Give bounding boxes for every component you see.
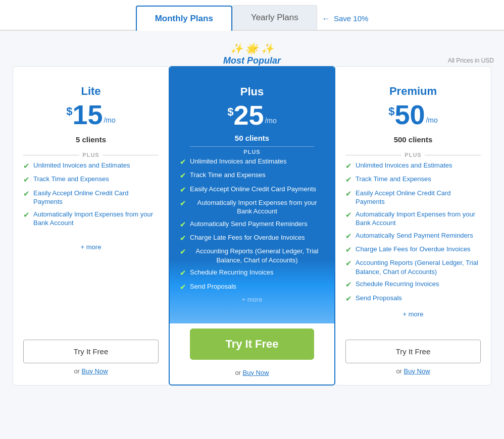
feature-plus-8: ✔Send Proposals — [180, 282, 324, 292]
plan-name-plus: Plus — [180, 85, 324, 98]
price-dollar-premium: $ — [388, 105, 394, 118]
feature-plus-5: ✔Charge Late Fees for Overdue Invoices — [180, 233, 324, 243]
tab-yearly[interactable]: Yearly Plans — [232, 5, 317, 30]
or-buy-plus: or Buy Now — [180, 369, 324, 376]
feature-premium-8: ✔Send Proposals — [345, 294, 481, 304]
price-dollar-plus: $ — [227, 105, 233, 119]
feature-premium-1: ✔Track Time and Expenses — [345, 175, 481, 185]
price-mo-plus: /mo — [265, 117, 276, 125]
feature-plus-6: ✔Accounting Reports (General Ledger, Tri… — [180, 247, 324, 264]
feature-plus-0: ✔Unlimited Invoices and Estimates — [180, 157, 324, 167]
check-icon: ✔ — [23, 210, 30, 220]
feature-premium-0: ✔Unlimited Invoices and Estimates — [345, 161, 481, 171]
check-icon: ✔ — [345, 245, 352, 255]
price-amount-premium: 50 — [394, 101, 425, 128]
check-icon: ✔ — [345, 161, 352, 171]
check-icon: ✔ — [180, 198, 186, 208]
try-free-button-premium[interactable]: Try It Free — [345, 340, 481, 363]
cards-row: Lite $ 15 /mo 5 clients PLUS ✔Unlimited … — [5, 66, 499, 386]
plus-top: Plus $ 25 /mo 50 clients PLUS ✔Unlimited… — [170, 67, 334, 323]
check-icon: ✔ — [23, 161, 30, 171]
plus-section-label: PLUS — [180, 149, 324, 155]
check-icon: ✔ — [345, 258, 352, 268]
price-amount-lite: 15 — [72, 101, 103, 128]
check-icon: ✔ — [345, 231, 352, 241]
feature-lite-2: ✔Easily Accept Online Credit Card Paymen… — [23, 189, 159, 206]
confetti-icon: ✨ 🌟 ✨ — [223, 42, 281, 54]
feature-list-plus-top: ✔Unlimited Invoices and Estimates ✔Track… — [180, 157, 324, 292]
section-divider-lite: PLUS — [23, 152, 159, 158]
price-row-premium: $ 50 /mo — [345, 101, 481, 128]
plan-card-premium: Premium $ 50 /mo 500 clients PLUS ✔Unlim… — [335, 66, 491, 386]
most-popular-label: Most Popular — [223, 56, 281, 66]
plan-card-lite: Lite $ 15 /mo 5 clients PLUS ✔Unlimited … — [13, 66, 169, 386]
check-icon: ✔ — [180, 268, 186, 278]
pricing-wrapper: ✨ 🌟 ✨ Most Popular All Prices in USD Lit… — [0, 31, 504, 396]
buy-now-link-premium[interactable]: Buy Now — [404, 367, 430, 375]
check-icon: ✔ — [180, 247, 186, 257]
plan-name-premium: Premium — [345, 85, 481, 98]
more-link-plus[interactable]: + more — [180, 296, 324, 303]
save-label: ← Save 10% — [322, 14, 369, 23]
save-arrow: ← — [322, 14, 330, 23]
feature-premium-3: ✔Automatically Import Expenses from your… — [345, 210, 481, 228]
save-text: Save 10% — [334, 14, 368, 23]
feature-list-premium: ✔Unlimited Invoices and Estimates ✔Track… — [345, 161, 481, 307]
buy-now-link-plus[interactable]: Buy Now — [243, 369, 269, 376]
check-icon: ✔ — [345, 294, 352, 304]
plus-bottom: Try It Free or Buy Now — [170, 328, 334, 385]
check-icon: ✔ — [180, 157, 186, 167]
price-row-plus: $ 25 /mo — [180, 101, 324, 129]
price-dollar-lite: $ — [66, 105, 72, 118]
check-icon: ✔ — [345, 175, 352, 185]
check-icon: ✔ — [23, 175, 30, 185]
price-mo-premium: /mo — [426, 116, 437, 124]
feature-plus-1: ✔Track Time and Expenses — [180, 171, 324, 181]
or-buy-premium: or Buy Now — [345, 367, 481, 375]
feature-plus-2: ✔Easily Accept Online Credit Card Paymen… — [180, 185, 324, 195]
tab-monthly[interactable]: Monthly Plans — [136, 6, 232, 31]
check-icon: ✔ — [345, 210, 352, 220]
section-label-premium: PLUS — [405, 152, 421, 158]
check-icon: ✔ — [180, 220, 186, 230]
tabs-container: Monthly Plans Yearly Plans ← Save 10% — [0, 0, 504, 31]
check-icon: ✔ — [345, 280, 352, 290]
feature-plus-7: ✔Schedule Recurring Invoices — [180, 268, 324, 278]
feature-premium-2: ✔Easily Accept Online Credit Card Paymen… — [345, 189, 481, 206]
tab-monthly-label: Monthly Plans — [155, 14, 213, 23]
feature-lite-3: ✔Automatically Import Expenses from your… — [23, 210, 159, 228]
check-icon: ✔ — [23, 189, 30, 199]
feature-premium-6: ✔Accounting Reports (General Ledger, Tri… — [345, 258, 481, 276]
clients-premium: 500 clients — [345, 135, 481, 144]
feature-premium-7: ✔Schedule Recurring Invoices — [345, 280, 481, 290]
feature-premium-4: ✔Automatically Send Payment Reminders — [345, 231, 481, 241]
check-icon: ✔ — [180, 282, 186, 292]
price-row-lite: $ 15 /mo — [23, 101, 159, 128]
check-icon: ✔ — [180, 185, 186, 195]
section-divider-premium: PLUS — [345, 152, 481, 158]
feature-list-lite: ✔Unlimited Invoices and Estimates ✔Track… — [23, 161, 159, 240]
price-mo-lite: /mo — [104, 116, 115, 124]
price-amount-plus: 25 — [233, 101, 264, 129]
most-popular-area: ✨ 🌟 ✨ Most Popular — [5, 31, 499, 66]
tab-yearly-label: Yearly Plans — [251, 13, 298, 22]
check-icon: ✔ — [345, 189, 352, 199]
check-icon: ✔ — [180, 171, 186, 181]
more-link-lite[interactable]: + more — [23, 243, 159, 251]
plan-card-plus: Plus $ 25 /mo 50 clients PLUS ✔Unlimited… — [169, 66, 335, 386]
feature-plus-3: ✔Automatically Import Expenses from your… — [180, 198, 324, 216]
buy-now-link-lite[interactable]: Buy Now — [82, 367, 108, 375]
try-free-button-plus[interactable]: Try It Free — [190, 328, 314, 360]
feature-lite-0: ✔Unlimited Invoices and Estimates — [23, 161, 159, 171]
or-buy-lite: or Buy Now — [23, 367, 159, 375]
plus-divider — [190, 146, 314, 147]
check-icon: ✔ — [180, 233, 186, 243]
clients-lite: 5 clients — [23, 135, 159, 144]
more-link-premium[interactable]: + more — [345, 310, 481, 318]
try-free-button-lite[interactable]: Try It Free — [23, 340, 159, 363]
plan-name-lite: Lite — [23, 85, 159, 98]
feature-premium-5: ✔Charge Late Fees for Overdue Invoices — [345, 245, 481, 255]
most-popular-badge: ✨ 🌟 ✨ Most Popular — [223, 42, 281, 66]
section-label-lite: PLUS — [82, 152, 99, 158]
clients-plus: 50 clients — [180, 134, 324, 142]
